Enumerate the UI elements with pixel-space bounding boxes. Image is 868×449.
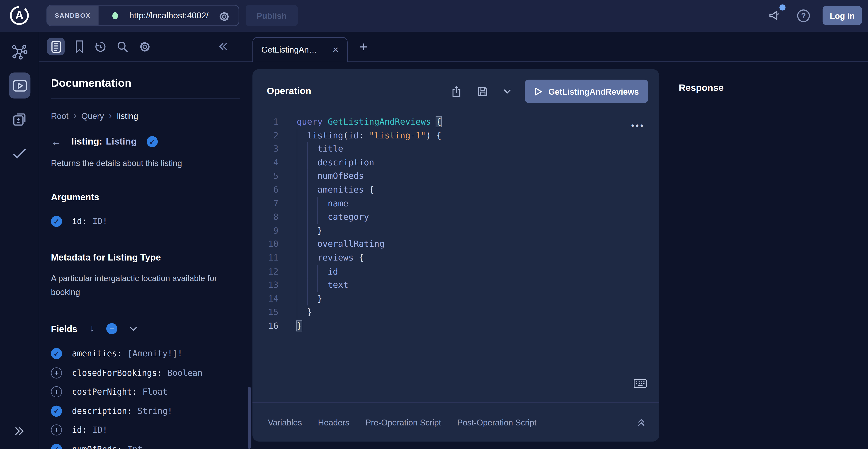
code-line[interactable]: 5numOfBeds (252, 169, 659, 183)
code-line[interactable]: 16} (252, 319, 659, 333)
indent-guide (307, 211, 317, 224)
explorer-settings-gear-icon[interactable] (138, 40, 151, 53)
bottom-tab[interactable]: Variables (268, 418, 302, 427)
bottom-tab[interactable]: Headers (318, 418, 349, 427)
field-type[interactable]: Boolean (167, 368, 203, 378)
code-text: name (328, 197, 348, 210)
operation-more-menu-icon[interactable]: ••• (631, 121, 645, 130)
indent-guide (307, 224, 317, 238)
plus-circle-icon[interactable]: + (51, 367, 62, 378)
back-arrow-icon[interactable]: ← (51, 136, 61, 147)
breadcrumb-separator-icon: › (109, 111, 112, 121)
code-text: category (328, 211, 369, 224)
operation-header: Operation (252, 69, 659, 103)
field-type[interactable]: ID! (92, 425, 107, 435)
code-line[interactable]: 11reviews { (252, 251, 659, 265)
save-icon[interactable] (476, 85, 489, 98)
bottom-tabs: VariablesHeadersPre-Operation ScriptPost… (268, 418, 536, 427)
collapse-panel-icon[interactable] (218, 41, 229, 52)
fields-chevron-down-icon[interactable] (130, 326, 137, 331)
selected-field-type[interactable]: Listing (106, 136, 137, 147)
field-row[interactable]: ✓description:String! (51, 404, 240, 418)
field-name: closedForBookings: (72, 368, 162, 378)
field-row[interactable]: +closedForBookings:Boolean (51, 366, 240, 380)
saved-bookmark-icon[interactable] (74, 40, 85, 54)
sidebar-item-explorer[interactable] (9, 72, 30, 99)
endpoint-url-input[interactable]: http://localhost:4002/ (129, 10, 208, 21)
check-circle-icon[interactable]: ✓ (51, 405, 62, 416)
breadcrumb-item[interactable]: Root (51, 111, 68, 121)
field-row[interactable]: +costPerNight:Float (51, 385, 240, 398)
connection-settings-gear-icon[interactable] (218, 10, 230, 23)
run-operation-label: GetListingAndReviews (549, 87, 639, 96)
field-selected-check-icon[interactable]: ✓ (147, 136, 158, 147)
line-number: 16 (252, 319, 279, 333)
indent-guide (307, 279, 317, 292)
save-options-chevron-icon[interactable] (503, 89, 511, 94)
sort-down-icon[interactable]: ↓ (90, 323, 94, 334)
bottom-tab[interactable]: Pre-Operation Script (365, 418, 441, 427)
run-operation-button[interactable]: GetListingAndReviews (525, 80, 648, 103)
new-tab-icon[interactable]: + (359, 39, 367, 55)
field-name: description: (72, 406, 132, 416)
field-type[interactable]: String! (137, 406, 173, 416)
code-line[interactable]: 4description (252, 156, 659, 169)
code-line[interactable]: 12id (252, 265, 659, 279)
breadcrumb-item[interactable]: Query (81, 111, 104, 121)
expand-rail-icon[interactable] (13, 425, 26, 437)
plus-circle-icon[interactable]: + (51, 386, 62, 397)
announcements-megaphone-icon[interactable] (768, 9, 782, 22)
field-row[interactable]: ✓id:ID! (51, 215, 240, 228)
login-button[interactable]: Log in (823, 6, 862, 25)
check-circle-icon[interactable]: ✓ (51, 444, 62, 449)
code-line[interactable]: 10overallRating (252, 238, 659, 251)
code-line[interactable]: 7name (252, 197, 659, 210)
field-type[interactable]: Int (128, 444, 143, 449)
share-icon[interactable] (450, 85, 462, 98)
code-line[interactable]: 8category (252, 211, 659, 224)
plus-circle-icon[interactable]: + (51, 424, 62, 436)
code-line[interactable]: 9} (252, 224, 659, 238)
code-line[interactable]: 14} (252, 292, 659, 306)
field-type[interactable]: Float (143, 387, 167, 397)
doc-tab-documentation[interactable] (47, 38, 65, 55)
checks-icon[interactable] (11, 147, 27, 159)
field-type[interactable]: ID! (92, 216, 107, 226)
code-line[interactable]: 2listing(id: "listing-1") { (252, 129, 659, 142)
history-icon[interactable] (94, 40, 107, 53)
bottom-tab[interactable]: Post-Operation Script (457, 418, 536, 427)
keyboard-shortcuts-icon[interactable] (633, 379, 647, 388)
code-line[interactable]: 15} (252, 306, 659, 319)
code-line[interactable]: 3title (252, 142, 659, 156)
operation-tab[interactable]: GetListingAn… ✕ (252, 37, 348, 62)
doc-scrollbar[interactable] (248, 387, 251, 449)
publish-button[interactable]: Publish (245, 5, 298, 26)
code-line[interactable]: 6amenities { (252, 183, 659, 197)
check-circle-icon[interactable]: ✓ (51, 348, 62, 359)
check-circle-icon[interactable]: ✓ (51, 216, 62, 227)
field-row[interactable]: ✓amenities:[Amenity!]! (51, 347, 240, 360)
expand-bottom-panel-icon[interactable] (637, 418, 646, 427)
code-line[interactable]: 1query GetListingAndReviews { (252, 115, 659, 129)
help-icon[interactable]: ? (797, 9, 810, 22)
field-type[interactable]: [Amenity!]! (128, 349, 183, 359)
run-play-icon (534, 87, 542, 96)
code-editor[interactable]: 1query GetListingAndReviews {2listing(id… (252, 115, 659, 333)
indent-guide (297, 211, 307, 224)
field-row[interactable]: ✓numOfBeds:Int (51, 442, 240, 449)
endpoint-url-bar[interactable]: SANDBOX http://localhost:4002/ (46, 5, 239, 26)
changelog-clipboard-icon[interactable] (12, 113, 27, 127)
indent-guide (307, 183, 317, 197)
search-icon[interactable] (116, 40, 129, 53)
tab-close-icon[interactable]: ✕ (332, 45, 339, 54)
code-line[interactable]: 13text (252, 279, 659, 292)
deselect-all-minus-icon[interactable]: − (106, 323, 117, 334)
selected-field-name: listing: (71, 136, 102, 147)
code-text: amenities { (317, 183, 374, 197)
fields-title: Fields (51, 323, 77, 334)
apollo-logo-icon[interactable]: A (9, 5, 29, 25)
code-text: numOfBeds (317, 169, 364, 183)
field-row[interactable]: +id:ID! (51, 423, 240, 437)
line-number: 3 (252, 142, 279, 156)
schema-graph-icon[interactable] (11, 44, 28, 60)
